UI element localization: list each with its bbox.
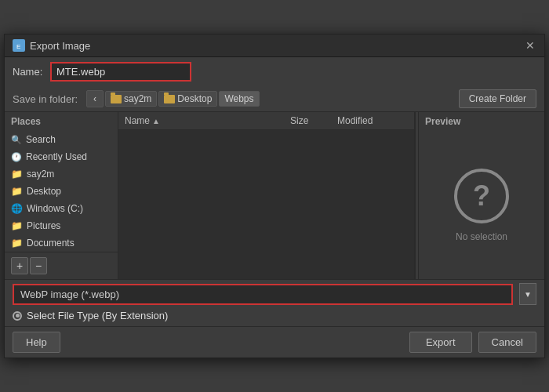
file-panel: Name ▲ Size Modified [118, 112, 415, 279]
clock-icon: 🕐 [11, 152, 22, 162]
places-bottom: + − [5, 252, 118, 279]
cancel-button[interactable]: Cancel [478, 332, 536, 353]
file-list [118, 130, 414, 279]
breadcrumb-label-desktop: Desktop [177, 93, 212, 104]
preview-no-selection-label: No selection [456, 231, 507, 242]
filetype-value: WebP image (*.webp) [20, 289, 119, 300]
save-in-folder-label: Save in folder: [13, 93, 83, 105]
places-item-desktop[interactable]: 📁 Desktop [5, 183, 118, 200]
places-item-documents[interactable]: 📁 Documents [5, 234, 118, 252]
bottom-bar: WebP image (*.webp) ▼ Select File Type (… [5, 279, 544, 358]
add-place-button[interactable]: + [11, 257, 28, 274]
titlebar-left: E Export Image [13, 39, 90, 52]
svg-text:E: E [16, 43, 20, 49]
dialog-title: Export Image [30, 40, 90, 52]
places-label-pictures: Pictures [27, 220, 60, 231]
filetype-dropdown[interactable]: WebP image (*.webp) [13, 284, 513, 305]
folder-icon [164, 95, 175, 103]
export-button[interactable]: Export [409, 332, 472, 353]
places-panel: Places 🔍 Search 🕐 Recently Used 📁 say2m … [5, 112, 118, 279]
breadcrumb-label-webps: Webps [224, 93, 253, 104]
folder-icon: 📁 [11, 169, 23, 180]
breadcrumb-item-webps[interactable]: Webps [219, 91, 259, 107]
places-item-recently-used[interactable]: 🕐 Recently Used [5, 148, 118, 165]
preview-header: Preview [419, 112, 467, 131]
select-filetype-radio[interactable] [13, 311, 22, 321]
select-filetype-label: Select File Type (By Extension) [27, 310, 168, 321]
folder-icon [111, 95, 122, 103]
nav-back-button[interactable]: ‹ [86, 90, 104, 107]
select-filetype-row: Select File Type (By Extension) [5, 308, 544, 326]
preview-icon-area: ? No selection [454, 131, 509, 279]
places-header: Places [5, 112, 118, 131]
name-label: Name: [13, 66, 44, 78]
filetype-arrow-button[interactable]: ▼ [519, 283, 536, 305]
search-icon: 🔍 [11, 135, 22, 145]
breadcrumb-item-desktop[interactable]: Desktop [158, 91, 217, 107]
preview-panel: Preview ? No selection [419, 112, 544, 279]
breadcrumb-row: Save in folder: ‹ say2m Desktop Webps Cr… [5, 86, 544, 112]
places-item-say2m[interactable]: 📁 say2m [5, 165, 118, 183]
sort-arrow: ▲ [152, 117, 160, 125]
preview-question-mark: ? [454, 169, 509, 223]
breadcrumb-item-say2m[interactable]: say2m [105, 91, 157, 107]
places-label-recently-used: Recently Used [26, 151, 87, 162]
folder-icon: 📁 [11, 220, 23, 231]
breadcrumb-label-say2m: say2m [124, 93, 151, 104]
places-item-search[interactable]: 🔍 Search [5, 131, 118, 148]
places-label-desktop: Desktop [27, 186, 61, 197]
places-label-search: Search [26, 134, 56, 145]
filetype-row: WebP image (*.webp) ▼ [5, 280, 544, 308]
breadcrumb-nav: ‹ say2m Desktop Webps [86, 90, 260, 107]
places-item-pictures[interactable]: 📁 Pictures [5, 217, 118, 234]
column-name-header[interactable]: Name ▲ [125, 115, 290, 126]
app-icon: E [13, 39, 25, 52]
column-modified-header[interactable]: Modified [337, 115, 408, 126]
close-button[interactable]: ✕ [524, 39, 536, 52]
places-label-documents: Documents [27, 238, 75, 249]
places-item-windows-c[interactable]: 🌐 Windows (C:) [5, 200, 118, 217]
file-header: Name ▲ Size Modified [118, 112, 414, 130]
radio-dot-inner [16, 314, 20, 318]
titlebar: E Export Image ✕ [5, 34, 544, 57]
drive-icon: 🌐 [11, 203, 23, 214]
folder-icon: 📁 [11, 238, 23, 249]
export-image-dialog: E Export Image ✕ Name: Save in folder: ‹… [4, 34, 545, 358]
action-row: Help Export Cancel [5, 326, 544, 358]
filename-input[interactable] [50, 62, 191, 82]
create-folder-button[interactable]: Create Folder [459, 89, 536, 108]
places-label-say2m: say2m [27, 169, 54, 180]
action-buttons: Export Cancel [409, 332, 536, 353]
column-size-header[interactable]: Size [290, 115, 337, 126]
places-label-windows: Windows (C:) [27, 203, 83, 214]
remove-place-button[interactable]: − [30, 257, 47, 274]
main-area: Places 🔍 Search 🕐 Recently Used 📁 say2m … [5, 112, 544, 279]
help-button[interactable]: Help [13, 332, 60, 353]
name-row: Name: [5, 57, 544, 86]
folder-icon: 📁 [11, 186, 23, 197]
